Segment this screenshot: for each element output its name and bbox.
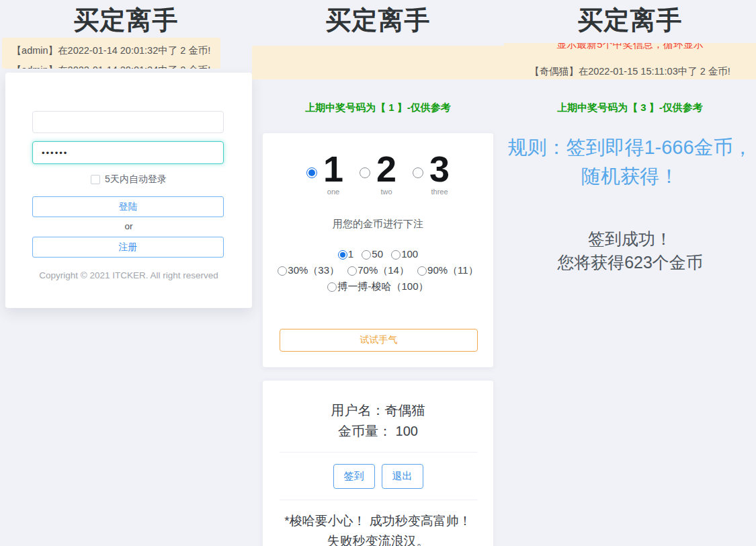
bet-options: 1 50 100 30%（33） 70%（14） 90%（11） 搏一搏-梭哈（… <box>263 246 493 295</box>
divider <box>280 500 478 500</box>
copyright-text: Copyright © 2021 ITCKER. All right reser… <box>5 270 252 280</box>
login-button[interactable]: 登陆 <box>32 196 224 217</box>
number-radio-2[interactable] <box>360 167 370 178</box>
rule-line-2: 随机获得！ <box>504 162 756 191</box>
percent-option-30[interactable]: 30%（33） <box>278 264 339 276</box>
username-line: 用户名：奇偶猫 <box>263 401 493 419</box>
warning-line-1: *梭哈要小心！ 成功秒变高富帅！ <box>263 512 493 530</box>
checkin-result: 签到成功！ 您将获得623个金币 <box>504 227 756 274</box>
warning-line-2: 失败秒变流浪汉。 <box>263 533 493 546</box>
panel-login: 买定离手 【admin】在2022-01-14 20:01:32中了 2 金币!… <box>0 0 252 546</box>
amount-option-100[interactable]: 100 <box>391 248 418 260</box>
password-input[interactable] <box>32 141 224 164</box>
amount-option-50[interactable]: 50 <box>362 248 383 260</box>
number-digit-3: 3 <box>429 149 450 189</box>
number-caption-3: three <box>429 188 450 196</box>
panel-checkin: 买定离手 显示最新5个中奖信息，循环显示 【奇偶猫】在2022-01-15 15… <box>504 0 756 546</box>
percent-option-90[interactable]: 90%（11） <box>417 264 478 276</box>
checkin-result-line-1: 签到成功！ <box>504 227 756 251</box>
winner-notice-bar: 【admin】在2022-01-14 20:01:32中了 2 金币! 【adm… <box>2 38 220 69</box>
marquee-text: 显示最新5个中奖信息，循环显示 <box>504 43 756 51</box>
page-title: 买定离手 <box>0 0 252 36</box>
amount-radio-1[interactable] <box>338 250 347 260</box>
winner-message: 【奇偶猫】在2022-01-15 15:11:03中了 2 金币! <box>504 65 756 78</box>
winner-message-clipped-wrap: 【admin】在2022-01-14 20:01:34中了 2 金币! <box>2 63 220 69</box>
number-radio-3[interactable] <box>413 167 423 178</box>
bet-instruction: 用您的金币进行下注 <box>263 218 493 231</box>
percent-radio-30[interactable] <box>278 266 287 276</box>
percent-radio-90[interactable] <box>417 266 427 276</box>
winner-notice-bar: 显示最新5个中奖信息，循环显示 【奇偶猫】在2022-01-15 15:11:0… <box>504 43 756 79</box>
login-card: 5天内自动登录 登陆 or 注册 Copyright © 2021 ITCKER… <box>5 73 252 308</box>
remember-label: 5天内自动登录 <box>105 173 167 186</box>
bet-allin-row: 搏一搏-梭哈（100） <box>263 278 493 295</box>
number-radio-1[interactable] <box>306 167 317 178</box>
remember-checkbox[interactable] <box>91 175 100 184</box>
last-draw-info: 上期中奖号码为【 1 】-仅供参考 <box>252 102 504 114</box>
amount-radio-100[interactable] <box>391 250 401 260</box>
coins-line: 金币量： 100 <box>263 422 493 440</box>
number-choices: 1 one 2 two 3 three <box>263 150 493 196</box>
page-title: 买定离手 <box>504 0 756 36</box>
last-draw-info: 上期中奖号码为【 3 】-仅供参考 <box>504 102 756 114</box>
checkin-button[interactable]: 签到 <box>333 464 375 489</box>
number-choice-3: 3 three <box>413 150 450 196</box>
rule-line-1: 规则：签到即得1-666金币， <box>504 133 756 162</box>
app-canvas: 买定离手 【admin】在2022-01-14 20:01:32中了 2 金币!… <box>0 0 756 546</box>
username-input[interactable] <box>32 111 224 133</box>
winner-notice-bar-empty <box>252 46 504 79</box>
number-choice-2: 2 two <box>360 150 396 196</box>
bet-percent-row: 30%（33） 70%（14） 90%（11） <box>263 262 493 278</box>
percent-option-70[interactable]: 70%（14） <box>347 264 409 276</box>
divider <box>280 452 478 453</box>
winner-message: 【admin】在2022-01-14 20:01:32中了 2 金币! <box>2 44 220 57</box>
logout-button[interactable]: 退出 <box>382 464 423 489</box>
allin-radio[interactable] <box>327 282 337 292</box>
bet-amount-row: 1 50 100 <box>263 246 493 262</box>
number-digit-2: 2 <box>376 149 396 189</box>
rule-text: 规则：签到即得1-666金币， 随机获得！ <box>504 133 756 191</box>
try-luck-button[interactable]: 试试手气 <box>280 329 478 352</box>
amount-option-1[interactable]: 1 <box>338 248 353 260</box>
or-separator: or <box>5 221 252 231</box>
allin-option[interactable]: 搏一搏-梭哈（100） <box>327 280 428 292</box>
register-button[interactable]: 注册 <box>32 237 224 258</box>
marquee-clipped-wrap: 显示最新5个中奖信息，循环显示 <box>504 43 756 52</box>
remember-row: 5天内自动登录 <box>5 173 252 186</box>
number-choice-1: 1 one <box>306 150 343 196</box>
checkin-result-line-2: 您将获得623个金币 <box>504 251 756 274</box>
page-title: 买定离手 <box>252 0 504 36</box>
percent-radio-70[interactable] <box>347 266 357 276</box>
panel-betting: 买定离手 上期中奖号码为【 1 】-仅供参考 1 one 2 two <box>252 0 504 546</box>
user-card: 用户名：奇偶猫 金币量： 100 签到 退出 *梭哈要小心！ 成功秒变高富帅！ … <box>262 380 494 546</box>
winner-message-clipped: 【admin】在2022-01-14 20:01:34中了 2 金币! <box>2 63 220 69</box>
user-actions: 签到 退出 <box>263 464 493 489</box>
amount-radio-50[interactable] <box>362 250 371 260</box>
number-digit-1: 1 <box>323 149 343 189</box>
bet-card: 1 one 2 two 3 three <box>262 132 494 368</box>
